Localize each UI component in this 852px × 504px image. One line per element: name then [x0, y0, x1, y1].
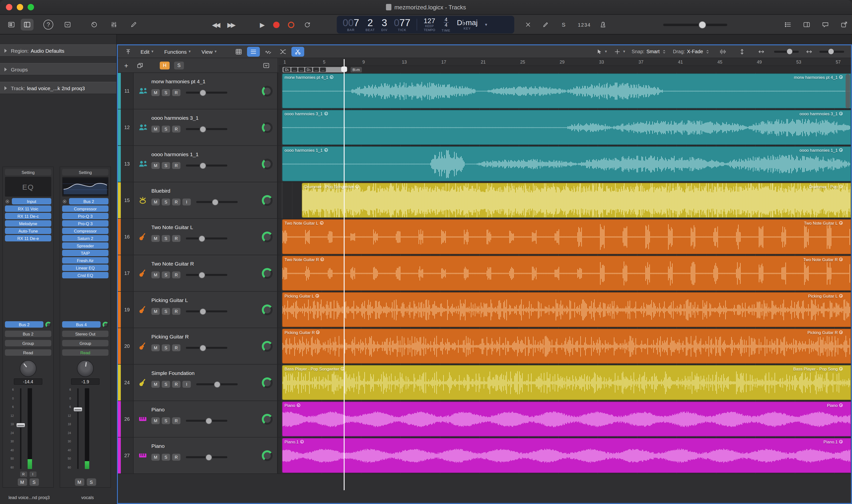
- send-level-knob[interactable]: [45, 322, 51, 327]
- plugin-slot[interactable]: Auto-Tune: [5, 228, 51, 234]
- signature-marker[interactable]: ...: [298, 67, 304, 72]
- track-pan-knob[interactable]: [262, 86, 273, 96]
- master-volume-slider[interactable]: [663, 23, 727, 26]
- plugin-slot[interactable]: Compressor: [62, 228, 108, 234]
- track-solo-button[interactable]: S: [162, 89, 170, 96]
- track-volume-slider[interactable]: [196, 201, 238, 203]
- track-volume-thumb[interactable]: [212, 199, 219, 205]
- track-volume-slider[interactable]: [186, 456, 227, 458]
- audio-region[interactable]: Picking Guitar LPicking Guitar L: [282, 292, 851, 327]
- track-volume-slider[interactable]: [186, 420, 227, 422]
- audio-region[interactable]: oooo harmnoies 3_1oooo harmnoies 3_1: [282, 110, 851, 145]
- duplicate-track-button[interactable]: [135, 61, 145, 69]
- horizontal-zoom-arrows-icon[interactable]: [805, 46, 813, 57]
- track-pan-knob[interactable]: [262, 268, 273, 278]
- track-header[interactable]: 11morw harmonies pt 4_1MSR: [118, 73, 278, 109]
- track-record-enable-button[interactable]: R: [172, 308, 180, 315]
- audio-region[interactable]: PianoPiano: [282, 401, 851, 436]
- track-mute-button[interactable]: M: [151, 162, 160, 169]
- automation-mode-slot[interactable]: Read: [62, 349, 108, 356]
- plugin-slot[interactable]: RX 11 Voic: [5, 205, 51, 212]
- plugin-slot[interactable]: Spreader: [62, 242, 108, 249]
- rewind-button[interactable]: ◀◀: [212, 21, 219, 28]
- track-solo-button[interactable]: S: [162, 308, 170, 315]
- audio-region[interactable]: Picking Guitar RPicking Guitar R: [282, 329, 851, 364]
- menu-edit[interactable]: Edit▾: [140, 49, 153, 54]
- track-name[interactable]: Picking Guitar R: [151, 334, 277, 339]
- track-volume-thumb[interactable]: [199, 308, 206, 314]
- track-pan-knob[interactable]: [262, 450, 273, 461]
- track-volume-thumb[interactable]: [206, 417, 212, 424]
- track-mute-button[interactable]: M: [151, 235, 160, 242]
- play-button[interactable]: ▶: [260, 21, 265, 28]
- track-record-enable-button[interactable]: R: [172, 235, 180, 242]
- fader-thumb[interactable]: [73, 407, 83, 412]
- send-level-knob[interactable]: [103, 322, 108, 327]
- group-slot[interactable]: Group: [62, 340, 108, 346]
- toolbar-toggle-icon[interactable]: [61, 19, 74, 31]
- track-input-monitor-button[interactable]: I: [182, 199, 191, 205]
- inspector-toggle-icon[interactable]: [21, 19, 34, 31]
- track-mute-button[interactable]: M: [151, 271, 160, 278]
- plugin-slot[interactable]: Pro-Q 3: [62, 213, 108, 219]
- crossfade-icon[interactable]: [277, 47, 290, 56]
- track-volume-slider[interactable]: [186, 274, 227, 276]
- track-header[interactable]: 16Two Note Guitar LMSR: [118, 219, 278, 255]
- signature-marker[interactable]: D♭: [283, 67, 291, 72]
- track-record-enable-button[interactable]: R: [172, 126, 180, 132]
- playhead[interactable]: [344, 59, 345, 490]
- mixer-icon[interactable]: [107, 19, 120, 31]
- plugin-slot[interactable]: Cnsl EQ: [62, 272, 108, 278]
- track-header[interactable]: 19Picking Guitar LMSR: [118, 292, 278, 328]
- capture-recording-button[interactable]: [288, 21, 294, 28]
- vertical-zoom-slider[interactable]: [774, 51, 799, 52]
- horizontal-zoom-icon[interactable]: [755, 46, 768, 57]
- share-icon[interactable]: [838, 19, 851, 31]
- plugin-slot[interactable]: Saturn 2: [62, 235, 108, 241]
- track-name[interactable]: Two Note Guitar L: [151, 224, 277, 230]
- track-name[interactable]: Simple Foundation: [151, 370, 277, 376]
- menu-functions[interactable]: Functions▾: [164, 49, 191, 54]
- track-volume-slider[interactable]: [186, 92, 227, 94]
- note-pads-icon[interactable]: [800, 19, 813, 31]
- mute-button[interactable]: M: [18, 479, 27, 486]
- track-name[interactable]: Picking Guitar L: [151, 297, 277, 303]
- lcd-display[interactable]: 007 BAR 2 BEAT 3 DIV 077 TICK 127 KEEP T…: [337, 16, 514, 34]
- track-header[interactable]: 15BluebirdMSRI: [118, 182, 278, 218]
- solo-button[interactable]: S: [29, 479, 39, 486]
- track-lane[interactable]: Drummer - Pop SongwriterDrummer - Pop: [278, 182, 851, 218]
- track-solo-button[interactable]: S: [162, 417, 170, 424]
- forward-button[interactable]: ▶▶: [227, 21, 234, 28]
- track-name[interactable]: Piano: [151, 443, 277, 449]
- output-slot[interactable]: Stereo Out: [62, 330, 108, 337]
- region-inspector-row[interactable]: Region: Audio Defaults: [0, 44, 116, 57]
- signature-marker-strip[interactable]: D♭......D♭......: [282, 67, 345, 72]
- pointer-tool-menu[interactable]: ▾: [595, 48, 607, 55]
- track-lane[interactable]: Two Note Guitar RTwo Note Guitar R: [278, 255, 851, 291]
- track-mute-button[interactable]: M: [151, 199, 160, 205]
- send-slot[interactable]: Bus 2: [5, 321, 44, 328]
- track-record-enable-button[interactable]: R: [172, 271, 180, 278]
- track-mute-button[interactable]: M: [151, 381, 160, 388]
- track-pan-knob[interactable]: [262, 304, 273, 315]
- track-lane[interactable]: Bass Player - Pop SongwriterBass Player …: [278, 364, 851, 400]
- audio-region[interactable]: oooo harmonies 1_1oooo harmonies 1_1: [282, 146, 851, 181]
- metronome-icon[interactable]: [597, 19, 610, 31]
- track-volume-thumb[interactable]: [214, 381, 221, 388]
- close-window-button[interactable]: [6, 4, 12, 10]
- track-volume-thumb[interactable]: [199, 272, 205, 278]
- audio-region[interactable]: Bass Player - Pop SongwriterBass Player …: [282, 365, 851, 400]
- track-name[interactable]: Two Note Guitar R: [151, 260, 277, 267]
- plugin-slot[interactable]: Melodyne: [5, 220, 51, 227]
- count-in-button[interactable]: 1234: [578, 19, 591, 30]
- track-volume-thumb[interactable]: [206, 454, 212, 461]
- channel-setting-button[interactable]: Setting: [5, 169, 51, 175]
- lcd-dropdown-icon[interactable]: ▾: [485, 22, 487, 27]
- playhead-handle[interactable]: [341, 67, 347, 72]
- track-mute-button[interactable]: M: [151, 308, 160, 315]
- track-record-enable-button[interactable]: R: [172, 344, 180, 351]
- fader-thumb[interactable]: [16, 423, 25, 428]
- input-slot[interactable]: Bus 2: [69, 198, 108, 204]
- track-pan-knob[interactable]: [262, 377, 273, 388]
- track-lane[interactable]: Picking Guitar LPicking Guitar L: [278, 292, 851, 328]
